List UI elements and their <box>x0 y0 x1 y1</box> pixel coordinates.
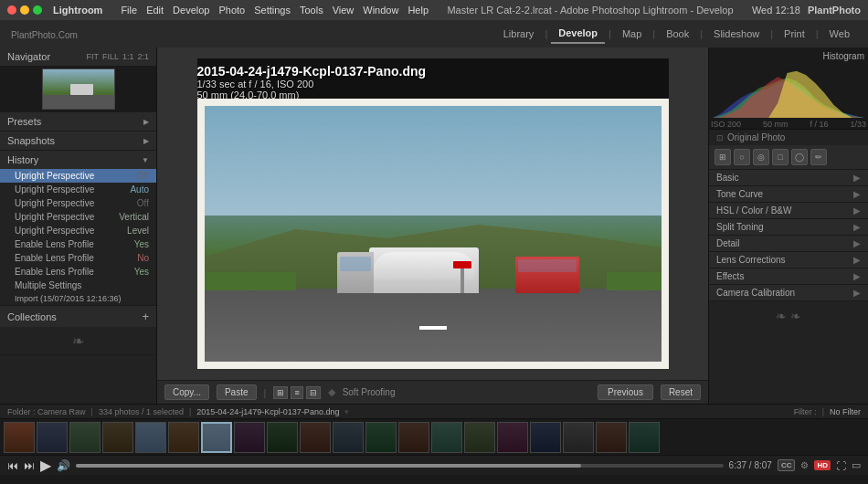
presets-header[interactable]: Presets ▶ <box>0 112 156 131</box>
cc-badge[interactable]: CC <box>778 459 796 471</box>
film-thumb-20[interactable] <box>629 422 660 453</box>
menu-window[interactable]: Window <box>363 5 398 16</box>
tab-print[interactable]: Print <box>777 25 812 43</box>
film-thumb-10[interactable] <box>300 422 331 453</box>
sky <box>205 106 662 216</box>
history-item-3[interactable]: Upright Perspective Vertical <box>0 210 156 224</box>
minimize-button[interactable] <box>20 5 29 15</box>
navigator-header[interactable]: Navigator FIT FILL 1:1 2:1 <box>0 47 156 66</box>
hd-badge[interactable]: HD <box>814 460 831 470</box>
film-thumb-3[interactable] <box>69 422 101 453</box>
tool-brush[interactable]: ✏ <box>810 149 827 165</box>
close-button[interactable] <box>7 5 16 15</box>
film-thumb-4[interactable] <box>102 422 133 453</box>
snapshots-label: Snapshots <box>7 135 55 146</box>
tab-library[interactable]: Library <box>496 25 542 43</box>
previous-button[interactable]: Previous <box>598 384 653 400</box>
history-item-9[interactable]: Import (15/07/2015 12:16:36) <box>0 292 156 305</box>
gear-icon[interactable]: ⚙ <box>800 460 809 470</box>
film-thumb-17[interactable] <box>530 422 561 453</box>
theater-icon[interactable]: ▭ <box>852 459 861 471</box>
snapshots-section: Snapshots ▶ <box>0 132 156 151</box>
collections-add-icon[interactable]: + <box>142 310 149 323</box>
tab-web[interactable]: Web <box>822 25 857 43</box>
film-thumb-14[interactable] <box>431 422 462 453</box>
image-container: 2015-04-24-j1479-Kcpl-0137-Pano.dng 1/33… <box>197 58 669 369</box>
film-thumb-12[interactable] <box>365 422 397 453</box>
history-item-8[interactable]: Multiple Settings <box>0 279 156 292</box>
film-thumb-11[interactable] <box>333 422 364 453</box>
fit-btn[interactable]: FIT <box>86 52 99 61</box>
section-hsl[interactable]: HSL / Color / B&W ▶ <box>709 203 868 219</box>
copy-button[interactable]: Copy... <box>164 384 209 400</box>
view-compare-icon[interactable]: ⊟ <box>306 386 321 399</box>
history-item-1[interactable]: Upright Perspective Auto <box>0 183 156 196</box>
history-item-6[interactable]: Enable Lens Profile No <box>0 251 156 265</box>
play-button[interactable]: ▶ <box>40 457 51 474</box>
rewind-button[interactable]: ⏮ <box>7 459 18 472</box>
history-item-5[interactable]: Enable Lens Profile Yes <box>0 237 156 251</box>
tool-heal[interactable]: ○ <box>734 149 750 165</box>
fullscreen-icon[interactable]: ⛶ <box>836 460 846 471</box>
hist-focal: 50 mm <box>763 120 789 129</box>
history-item-4[interactable]: Upright Perspective Level <box>0 224 156 237</box>
tool-crop[interactable]: ⊞ <box>715 149 731 165</box>
history-header[interactable]: History ▼ <box>0 151 156 169</box>
dropdown-arrow[interactable]: ▾ <box>344 407 349 416</box>
view-grid-icon[interactable]: ⊞ <box>273 386 288 399</box>
section-camera-calibration[interactable]: Camera Calibration ▶ <box>709 285 868 301</box>
histogram-info: ISO 200 50 mm f / 16 1/33 <box>709 120 868 129</box>
film-thumb-15[interactable] <box>464 422 495 453</box>
film-thumb-1[interactable] <box>4 422 35 453</box>
bottom-toolbar: Copy... Paste | ⊞ ≡ ⊟ ◆ Soft Proofing Pr… <box>157 380 708 404</box>
film-thumb-active[interactable] <box>201 422 232 453</box>
menu-settings[interactable]: Settings <box>254 5 291 16</box>
section-split-toning[interactable]: Split Toning ▶ <box>709 219 868 236</box>
tab-slideshow[interactable]: Slideshow <box>706 25 767 43</box>
volume-icon[interactable]: 🔊 <box>57 459 70 472</box>
tab-map[interactable]: Map <box>615 25 649 43</box>
reset-button[interactable]: Reset <box>661 384 701 400</box>
film-thumb-5[interactable] <box>135 422 166 453</box>
menu-help[interactable]: Help <box>408 5 429 16</box>
section-detail[interactable]: Detail ▶ <box>709 236 868 252</box>
menu-tools[interactable]: Tools <box>300 5 323 16</box>
menu-develop[interactable]: Develop <box>173 5 209 16</box>
progress-bar[interactable] <box>76 464 724 468</box>
snapshots-header[interactable]: Snapshots ▶ <box>0 132 156 150</box>
history-item-2[interactable]: Upright Perspective Off <box>0 196 156 210</box>
view-list-icon[interactable]: ≡ <box>291 386 302 399</box>
tab-book[interactable]: Book <box>659 25 696 43</box>
menu-view[interactable]: View <box>333 5 355 16</box>
section-lens-corrections[interactable]: Lens Corrections ▶ <box>709 252 868 268</box>
history-item-7[interactable]: Enable Lens Profile Yes <box>0 265 156 279</box>
film-thumb-8[interactable] <box>234 422 265 453</box>
playback-right-controls: CC ⚙ HD ⛶ ▭ <box>778 459 861 471</box>
no-filter-label[interactable]: No Filter <box>830 407 861 416</box>
film-thumb-16[interactable] <box>497 422 528 453</box>
2x-btn[interactable]: 2:1 <box>137 52 149 61</box>
menu-file[interactable]: File <box>121 5 137 16</box>
film-thumb-18[interactable] <box>563 422 594 453</box>
section-effects[interactable]: Effects ▶ <box>709 268 868 285</box>
section-basic[interactable]: Basic ▶ <box>709 170 868 186</box>
film-thumb-2[interactable] <box>37 422 68 453</box>
1x-btn[interactable]: 1:1 <box>122 52 134 61</box>
tab-develop[interactable]: Develop <box>551 24 605 44</box>
section-tone-curve[interactable]: Tone Curve ▶ <box>709 186 868 203</box>
film-thumb-13[interactable] <box>398 422 429 453</box>
tool-grad-filter[interactable]: □ <box>772 149 789 165</box>
step-back-button[interactable]: ⏭ <box>24 459 35 472</box>
menu-photo[interactable]: Photo <box>218 5 245 16</box>
tool-rad-filter[interactable]: ◯ <box>791 149 808 165</box>
collections-header[interactable]: Collections + <box>0 306 156 327</box>
paste-button[interactable]: Paste <box>217 384 257 400</box>
film-thumb-19[interactable] <box>596 422 627 453</box>
film-thumb-6[interactable] <box>168 422 199 453</box>
fill-btn[interactable]: FILL <box>102 52 119 61</box>
menu-edit[interactable]: Edit <box>146 5 164 16</box>
film-thumb-9[interactable] <box>267 422 298 453</box>
tool-redeye[interactable]: ◎ <box>753 149 769 165</box>
maximize-button[interactable] <box>33 5 42 15</box>
history-item-0[interactable]: Upright Perspective Off <box>0 169 156 183</box>
